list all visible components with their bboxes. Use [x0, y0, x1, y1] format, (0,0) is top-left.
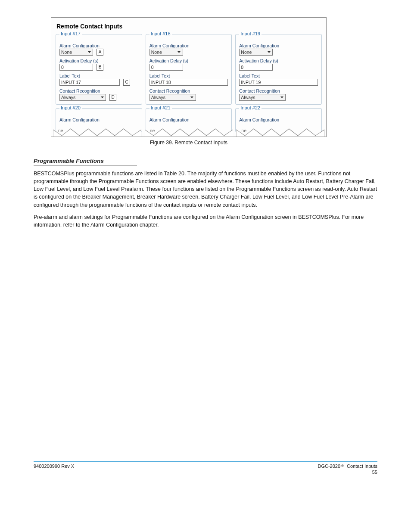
label-alarm-config: Alarm Configuration	[239, 117, 318, 122]
torn-fragment-text: ne	[150, 128, 155, 133]
select-value: Always	[61, 95, 75, 100]
label-text-input[interactable]: INPUT 18	[149, 79, 228, 86]
input-group-19: Input #19 Alarm Configuration None Activ…	[235, 34, 322, 105]
figure-panel: Remote Contact Inputs Input #17 Alarm Co…	[51, 17, 327, 137]
alarm-config-select[interactable]: None	[149, 49, 183, 56]
input-value: 0	[151, 65, 154, 70]
activation-delay-input[interactable]: 0	[149, 64, 183, 71]
input-value: INPUT 18	[151, 80, 171, 85]
label-contact-recog: Contact Recognition	[149, 88, 228, 93]
page-footer: 9400200990 Rev X DGC-2020 ® Contact Inpu…	[34, 461, 377, 469]
figure-title: Remote Contact Inputs	[56, 23, 326, 30]
label-contact-recog: Contact Recognition	[59, 88, 138, 93]
select-value: None	[241, 50, 252, 55]
paragraph: Pre-alarm and alarm settings for Program…	[34, 213, 377, 229]
chevron-down-icon	[87, 50, 91, 55]
group-legend: Input #20	[59, 105, 82, 110]
chevron-down-icon	[267, 50, 271, 55]
label-activation-delay: Activation Delay (s)	[239, 58, 318, 63]
label-label-text: Label Text	[59, 73, 138, 78]
body-text: BESTCOMSPlus programmable functions are …	[34, 170, 377, 229]
chevron-down-icon	[190, 95, 194, 100]
registered-icon: ®	[341, 464, 344, 468]
label-alarm-config: Alarm Configuration	[149, 43, 228, 48]
label-activation-delay: Activation Delay (s)	[59, 58, 138, 63]
activation-delay-input[interactable]: 0	[59, 64, 93, 71]
label-contact-recog: Contact Recognition	[239, 88, 318, 93]
figure-caption: Figure 39. Remote Contact Inputs	[51, 140, 327, 146]
footer-page-number: 55	[372, 470, 377, 475]
label-alarm-config: Alarm Configuration	[59, 117, 138, 122]
contact-recog-select[interactable]: Always	[239, 94, 286, 101]
input-value: 0	[61, 65, 64, 70]
select-value: None	[61, 50, 72, 55]
input-value: INPUT 19	[241, 80, 261, 85]
contact-recog-select[interactable]: Always	[59, 94, 106, 101]
activation-delay-input[interactable]: 0	[239, 64, 273, 71]
label-text-input[interactable]: INPUT 19	[239, 79, 318, 86]
paragraph: BESTCOMSPlus programmable functions are …	[34, 170, 377, 209]
group-legend: Input #22	[239, 105, 262, 110]
group-legend: Input #18	[149, 31, 172, 36]
page-footer-line2: 55	[34, 470, 377, 475]
alarm-config-select[interactable]: None	[59, 49, 93, 56]
label-alarm-config: Alarm Configuration	[59, 43, 138, 48]
inputs-row-top: Input #17 Alarm Configuration None A Act…	[51, 33, 326, 107]
callout-b: B	[97, 64, 103, 71]
torn-fragment-text: ne	[58, 128, 63, 133]
alarm-config-select[interactable]: None	[239, 49, 273, 56]
chevron-down-icon	[280, 95, 284, 100]
group-legend: Input #17	[59, 31, 82, 36]
chevron-down-icon	[100, 95, 104, 100]
footer-left: 9400200990 Rev X	[34, 464, 74, 469]
callout-d: D	[109, 94, 116, 101]
label-activation-delay: Activation Delay (s)	[149, 58, 228, 63]
callout-a: A	[97, 49, 103, 56]
select-value: None	[151, 50, 162, 55]
input-group-18: Input #18 Alarm Configuration None Activ…	[146, 34, 232, 105]
section-heading: Programmable Functions	[34, 158, 137, 165]
group-legend: Input #21	[149, 105, 172, 110]
torn-fragment-text: ne	[241, 128, 246, 133]
label-alarm-config: Alarm Configuration	[149, 117, 228, 122]
input-value: INPUT 17	[61, 80, 81, 85]
footer-section: Contact Inputs	[347, 464, 377, 469]
label-label-text: Label Text	[149, 73, 228, 78]
chevron-down-icon	[177, 50, 181, 55]
select-value: Always	[241, 95, 255, 100]
torn-edge: ne ne ne	[51, 128, 326, 137]
callout-c: C	[123, 79, 130, 86]
footer-product: DGC-2020	[318, 464, 341, 469]
contact-recog-select[interactable]: Always	[149, 94, 196, 101]
input-group-17: Input #17 Alarm Configuration None A Act…	[56, 34, 142, 105]
label-alarm-config: Alarm Configuration	[239, 43, 318, 48]
group-legend: Input #19	[239, 31, 262, 36]
label-label-text: Label Text	[239, 73, 318, 78]
footer-right: DGC-2020 ® Contact Inputs	[318, 464, 377, 469]
input-value: 0	[241, 65, 243, 70]
label-text-input[interactable]: INPUT 17	[59, 79, 120, 86]
select-value: Always	[151, 95, 165, 100]
